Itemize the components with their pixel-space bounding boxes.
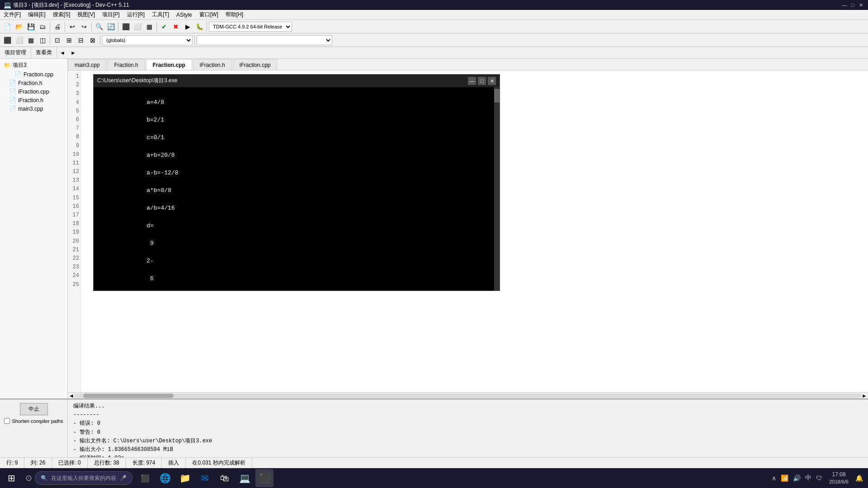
console-scrollbar-thumb[interactable] (494, 89, 500, 103)
menu-search[interactable]: 搜索[S] (49, 10, 74, 20)
print-button[interactable]: 🖨 (52, 21, 63, 32)
status-insert: 插入 (162, 458, 186, 468)
undo-button[interactable]: ↩ (67, 21, 78, 32)
new-button[interactable]: 📄 (2, 21, 13, 32)
taskbar-apps: ⬛ 🌐 📁 ✉ 🛍 💻 ⬛ (132, 469, 277, 487)
minimize-button[interactable]: — (841, 1, 848, 9)
tray-antivirus[interactable]: 🛡 (815, 474, 824, 482)
struct-btn[interactable]: ⬜ (14, 35, 24, 46)
tb2-btn7[interactable]: ⊟ (75, 35, 86, 46)
stop-button[interactable]: 中止 (20, 403, 48, 415)
unindent-button[interactable]: ⬜ (132, 21, 143, 32)
tray-volume[interactable]: 🔊 (792, 474, 802, 482)
tray-network[interactable]: 📶 (779, 474, 790, 482)
tb2-btn4[interactable]: ◫ (37, 35, 48, 46)
tab-fraction-h[interactable]: Fraction.h (107, 59, 145, 70)
start-button[interactable]: ⊞ (0, 468, 23, 488)
horizontal-scrollbar[interactable]: ◄ ► (68, 392, 868, 399)
menu-run[interactable]: 运行[R] (123, 10, 148, 20)
search-icon: 🔍 (41, 475, 47, 481)
tb2-btn3[interactable]: ▦ (25, 35, 36, 46)
compile-line-1: - 错误: 0 (73, 419, 863, 428)
debug-button[interactable]: 🐛 (194, 21, 205, 32)
indent-button[interactable]: ⬛ (120, 21, 131, 32)
tree-item-ifraction-h[interactable]: 📄 iFraction.h (2, 96, 66, 104)
edge-app[interactable]: 🌐 (156, 469, 174, 487)
tree-item-ifraction-cpp[interactable]: 📄 iFraction.cpp (2, 87, 66, 96)
tab-ifraction-cpp[interactable]: iFraction.cpp (233, 59, 278, 70)
status-selected: 已选择: 0 (52, 458, 87, 468)
menu-view[interactable]: 视图[V] (74, 10, 99, 20)
tray-clock[interactable]: 17:08 2018/6/6 (826, 471, 852, 485)
compile-results-container: 中止 Shorten compiler paths 编译结果... ------… (0, 399, 868, 457)
menu-help[interactable]: 帮助[H] (222, 10, 247, 20)
console-minimize[interactable]: — (468, 77, 476, 85)
menu-file[interactable]: 文件[F] (0, 10, 24, 20)
tb2-btn8[interactable]: ⊠ (87, 35, 98, 46)
tree-item-main3-cpp[interactable]: 📄 main3.cpp (2, 104, 66, 113)
save-button[interactable]: 💾 (25, 21, 36, 32)
mail-app[interactable]: ✉ (196, 469, 214, 487)
stop-compile-button[interactable]: ✖ (170, 21, 181, 32)
replace-button[interactable]: 🔄 (105, 21, 116, 32)
tray-lang[interactable]: 中 (804, 474, 813, 482)
mic-icon[interactable]: 🎤 (120, 475, 127, 481)
file-icon-4: 📄 (9, 97, 16, 103)
menu-tools[interactable]: 工具[T] (148, 10, 173, 20)
tab-fraction-cpp[interactable]: Fraction.cpp (146, 59, 192, 70)
maximize-button[interactable]: □ (849, 1, 856, 9)
find-button[interactable]: 🔍 (94, 21, 104, 32)
menu-edit[interactable]: 编辑[E] (24, 10, 49, 20)
toggle-button[interactable]: ▦ (144, 21, 155, 32)
shorten-paths-text: Shorten compiler paths (12, 418, 63, 424)
scroll-thumb[interactable] (83, 394, 174, 398)
tab-main3[interactable]: main3.cpp (68, 59, 106, 70)
compiler-select[interactable]: TDM-GCC 4.9.2 64-bit Release (209, 22, 292, 32)
store-app[interactable]: 🛍 (216, 469, 234, 487)
tray-expand[interactable]: ∧ (770, 474, 778, 482)
globals-select[interactable]: (globals) (102, 35, 193, 45)
taskview-button[interactable]: ⬛ (136, 469, 154, 487)
tb2-btn5[interactable]: ⊡ (52, 35, 63, 46)
shorten-paths-checkbox[interactable] (4, 418, 10, 424)
open-button[interactable]: 📂 (14, 21, 24, 32)
save-all-button[interactable]: 🗂 (37, 21, 48, 32)
menu-project[interactable]: 项目[P] (99, 10, 123, 20)
nav-right[interactable]: ► (68, 47, 79, 59)
explorer-app[interactable]: 📁 (176, 469, 194, 487)
close-button[interactable]: ✕ (857, 1, 864, 9)
status-row: 行: 9 (0, 458, 24, 468)
menu-window[interactable]: 窗口[W] (196, 10, 222, 20)
tab-ifraction-h[interactable]: iFraction.h (193, 59, 232, 70)
search-box[interactable]: 🔍 在这里输入你要搜索的内容 🎤 (35, 471, 132, 485)
class-btn[interactable]: ⬛ (2, 35, 13, 46)
menu-astyle[interactable]: AStyle (173, 10, 196, 20)
tb2-btn6[interactable]: ⊞ (64, 35, 75, 46)
cmd-app[interactable]: ⬛ (255, 469, 274, 487)
project-tab[interactable]: 项目管理 (0, 47, 31, 59)
project-view-bar: 项目管理 查看类 ◄ ► (0, 47, 868, 59)
nav-left[interactable]: ◄ (57, 47, 68, 59)
scroll-right[interactable]: ► (862, 393, 867, 399)
tree-root-label: 项目3 (13, 61, 27, 69)
status-parse-time: 在0.031 秒内完成解析 (186, 458, 252, 468)
console-maximize[interactable]: □ (478, 77, 486, 85)
scroll-track[interactable] (74, 394, 862, 398)
taskbar-tray: ∧ 📶 🔊 中 🛡 17:08 2018/6/6 🔔 (767, 471, 868, 485)
taskbar-cortana[interactable]: ⊙ (23, 473, 35, 483)
tray-notification[interactable]: 🔔 (854, 474, 864, 482)
redo-button[interactable]: ↪ (79, 21, 90, 32)
compile-run-button[interactable]: ✔ (159, 21, 170, 32)
run-button[interactable]: ▶ (182, 21, 193, 32)
tree-root-item[interactable]: 📁 项目3 (2, 61, 66, 70)
globals2-select[interactable] (197, 35, 332, 45)
view-tab[interactable]: 查看类 (31, 47, 57, 59)
scroll-left[interactable]: ◄ (69, 393, 74, 399)
console-close[interactable]: ✕ (488, 77, 496, 85)
console-scrollbar[interactable] (494, 87, 500, 291)
tree-item-fraction-h[interactable]: 📄 Fraction.h (2, 79, 66, 87)
editor-code[interactable]: C:\Users\user\Desktop\项目3.exe — □ ✕ a=4/… (80, 70, 868, 392)
tree-item-fraction-cpp[interactable]: 📄 Fraction.cpp (2, 70, 66, 79)
devcpp-app[interactable]: 💻 (236, 469, 254, 487)
title-bar-left: 💻 项目3 - [项目3.dev] - [Executing] - Dev-C+… (4, 1, 129, 9)
